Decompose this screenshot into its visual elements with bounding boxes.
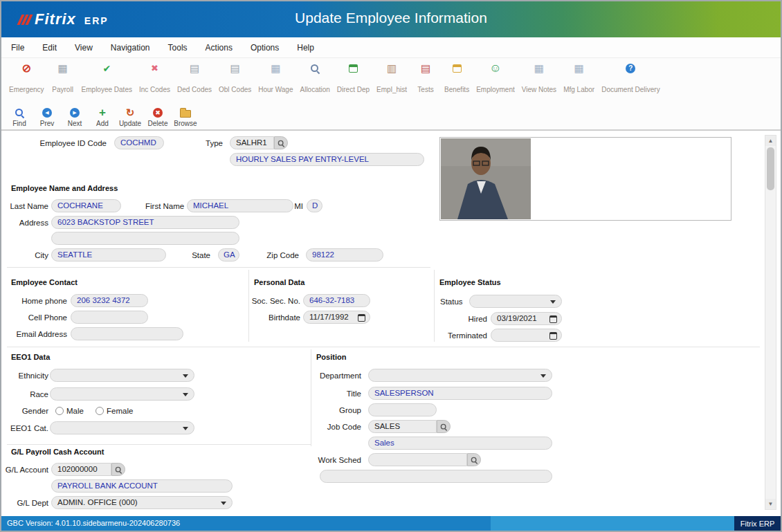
work-sched-lookup-button[interactable] [467,453,481,466]
menu-navigation[interactable]: Navigation [111,43,150,53]
calendar-icon [358,314,365,322]
vertical-scrollbar[interactable]: ▲ ▼ [765,135,776,510]
next-button[interactable]: ▶ Next [61,102,89,129]
employee-id-field[interactable]: COCHMD [114,136,164,149]
toolbar-button-employee-dates[interactable]: ✔ Employee Dates [78,62,136,93]
toolbar-button-tests[interactable]: ▤ Tests [410,62,441,93]
toolbar-button-document-delivery[interactable]: ? Document Delivery [598,62,663,93]
toolbar-button-view-notes[interactable]: ▦ View Notes [518,62,560,93]
statusbar-brand: Fitrix ERP [734,516,781,531]
ssn-field[interactable]: 646-32-7183 [303,294,370,307]
toolbar-button-mfg-labor[interactable]: ▦ Mfg Labor [560,62,598,93]
find-button[interactable]: Find [6,102,33,129]
gender-male-radio[interactable] [55,407,64,415]
gender-female-radio[interactable] [96,407,104,415]
toolbar-label: Employee Dates [82,86,132,93]
toolbar-button-empl-hist[interactable]: ▥ Empl_hist [373,62,410,93]
home-phone-label: Home phone [7,297,67,305]
address-line2-field[interactable] [51,232,239,245]
cell-phone-field[interactable] [71,311,148,324]
toolbar-button-obl-codes[interactable]: ▤ Obl Codes [215,62,255,93]
work-sched-description-field[interactable] [320,470,552,483]
toolbar-label: Ded Codes [177,86,212,93]
gl-account-label: G/L Account [1,466,48,474]
toolbar-button-ded-codes[interactable]: ▤ Ded Codes [174,62,215,93]
status-dropdown[interactable] [469,295,562,308]
gl-account-field[interactable]: 102000000 [51,463,111,476]
hired-field[interactable]: 03/19/2021 [491,312,562,325]
menu-options[interactable]: Options [251,43,279,53]
mi-field[interactable]: D [307,199,322,212]
divider [7,347,760,347]
toolbar-button-inc-codes[interactable]: ✖ Inc Codes [136,62,174,93]
prev-circle-icon: ◀ [42,108,52,118]
toolbar-button-emergency[interactable]: ⊘ Emergency [6,62,48,93]
type-lookup-button[interactable] [274,136,288,149]
toolbar-button-employment[interactable]: ☺ Employment [473,62,518,93]
terminated-field[interactable] [491,329,562,342]
city-field[interactable]: SEATTLE [51,248,166,262]
status-bar-segment [491,516,737,531]
scroll-up-button[interactable]: ▲ [765,136,776,146]
department-dropdown[interactable] [368,369,552,382]
calendar-icon [549,332,557,340]
email-label: Email Address [7,330,67,338]
gl-dept-dropdown[interactable]: ADMIN. OFFICE (000) [51,496,233,509]
birthdate-field[interactable]: 11/17/1992 [303,311,370,324]
cell-phone-label: Cell Phone [7,313,67,322]
type-field[interactable]: SALHR1 [230,136,274,149]
delete-button[interactable]: ✖ Delete [144,102,172,129]
home-phone-field[interactable]: 206 3232 4372 [71,294,148,307]
menu-tools[interactable]: Tools [168,43,188,53]
gl-account-description-field[interactable]: PAYROLL BANK ACCOUNT [51,479,233,493]
menu-view[interactable]: View [75,43,93,53]
employee-id-label: Employee ID Code [29,139,107,147]
menu-actions[interactable]: Actions [206,43,233,53]
title-field[interactable]: SALESPERSON [368,387,552,400]
photo-frame [439,137,731,221]
scroll-down-button[interactable]: ▼ [765,499,776,509]
nav-label: Delete [148,120,168,127]
ethnicity-dropdown[interactable] [50,369,194,382]
toolbar-button-benefits[interactable]: Benefits [441,62,473,93]
work-sched-field[interactable] [368,453,467,466]
toolbar-label: Employment [476,86,515,93]
section-employee-contact: Employee Contact [11,278,78,286]
group-field[interactable] [368,403,437,416]
section-gl-payroll: G/L Payroll Cash Account [11,448,104,456]
menu-bar: File Edit View Navigation Tools Actions … [1,37,781,58]
first-name-field[interactable]: MICHAEL [187,199,293,212]
menu-edit[interactable]: Edit [42,43,57,53]
type-description-field[interactable]: HOURLY SALES PAY ENTRY-LEVEL [230,153,424,166]
prev-button[interactable]: ◀ Prev [33,102,61,129]
status-bar: GBC Version: 4.01.10.sidebarmenu-2024062… [1,516,781,531]
menu-file[interactable]: File [11,43,24,53]
race-dropdown[interactable] [50,387,194,401]
zip-field[interactable]: 98122 [306,248,383,262]
update-button[interactable]: ↻ Update [116,102,144,129]
job-code-lookup-button[interactable] [437,420,451,433]
city-label: City [7,251,48,259]
address-label: Address [7,219,48,227]
add-button[interactable]: + Add [89,102,116,129]
toolbar-button-allocation[interactable]: Allocation [296,62,333,93]
department-label: Department [313,372,361,380]
toolbar-button-payroll[interactable]: ▦ Payroll [48,62,78,93]
browse-button[interactable]: Browse [172,102,199,129]
job-code-description-field[interactable]: Sales [368,437,552,450]
birthdate-value: 11/17/1992 [309,313,349,321]
gl-account-lookup-button[interactable] [111,463,125,476]
gender-male-label: Male [66,407,84,415]
toolbar-button-direct-dep[interactable]: Direct Dep [334,62,373,93]
last-name-field[interactable]: COCHRANE [51,199,121,212]
section-position: Position [316,353,346,361]
email-field[interactable] [71,327,183,340]
version-text: GBC Version: 4.01.10.sidebarmenu-2024062… [7,519,180,527]
toolbar-button-hour-wage[interactable]: ▦ Hour Wage [255,62,296,93]
scrollbar-thumb[interactable] [767,147,774,190]
job-code-field[interactable]: SALES [368,420,437,433]
state-field[interactable]: GA [218,248,239,262]
eeo1-cat-dropdown[interactable] [50,421,194,434]
menu-help[interactable]: Help [297,43,314,53]
address-line1-field[interactable]: 6023 BACKSTOP STREET [51,216,239,229]
